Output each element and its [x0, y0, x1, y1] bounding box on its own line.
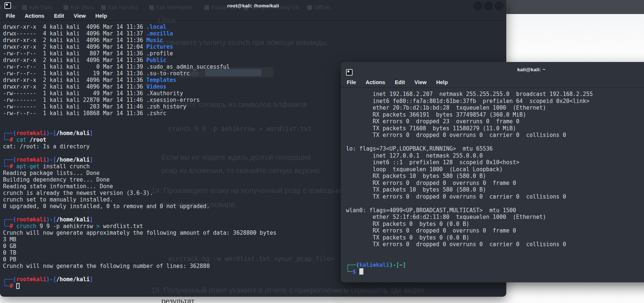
terminal-line: lo: flags=73<UP,LOOPBACK,RUNNING> mtu 65… [346, 145, 644, 152]
cursor-block [359, 268, 363, 275]
terminal-text-segment: cat [16, 137, 26, 143]
menu-item-help[interactable]: Help [436, 79, 448, 85]
terminal-text-segment: └─ [3, 283, 10, 289]
terminal-line: drwxr-xr-x 4 kali kali 4096 Mar 14 11:36… [3, 24, 506, 30]
terminal-text-segment: apt-get [16, 163, 40, 170]
minimize-button[interactable] [473, 1, 483, 11]
terminal-window-kali: kali@kali: ~ FileActionsEditViewHelp ine… [341, 62, 644, 282]
terminal-line: TX errors 0 dropped 0 overruns 0 carrier… [346, 132, 644, 139]
window-title: root@kali: /home/kali [0, 3, 506, 8]
terminal-text-segment: ether 20:7b:d2:1b:bd:28 txqueuelen 1000 … [346, 104, 546, 111]
terminal-text-segment: 0 upgraded, 0 newly installed, 0 to remo… [3, 203, 210, 210]
menu-item-edit[interactable]: Edit [395, 79, 405, 85]
terminal-text-segment: cat: /root: Is a directory [3, 143, 90, 150]
terminal-text-segment [26, 137, 30, 143]
terminal-text-segment: )-[ [46, 156, 56, 163]
terminal-text-segment: └─ [3, 137, 10, 143]
menu-item-actions[interactable]: Actions [25, 13, 44, 19]
terminal-text-segment: RX packets 10 bytes 580 (580.0 B) [346, 173, 486, 179]
terminal-text-segment: Crunch will now generate approximately t… [3, 230, 277, 236]
menu-item-edit[interactable]: Edit [54, 13, 64, 19]
terminal-text-segment: -rw------- 1 kali kali 49 Mar 14 11:36 .… [3, 90, 183, 97]
terminal-text-segment [13, 163, 16, 170]
terminal-text-segment: RX packets 366191 bytes 377498547 (360.0… [346, 111, 526, 118]
terminal-text-segment: )-[ [46, 276, 56, 283]
terminal-text-segment: TX packets 71608 bytes 11580279 (11.0 Mi… [346, 125, 516, 132]
terminal-text-segment: Reading state information... Done [3, 183, 113, 190]
menu-item-file[interactable]: File [347, 79, 356, 85]
terminal-text-segment: inet6 ::1 prefixlen 128 scopeid 0x10<hos… [346, 159, 520, 166]
terminal-text-segment: )-[ [46, 216, 56, 223]
terminal-text-segment: loop txqueuelen 1000 (Local Loopback) [346, 166, 503, 173]
terminal-text-segment: /home/kali [56, 156, 90, 163]
terminal-text-segment: ] [90, 130, 93, 137]
terminal-text-segment: RX errors 0 dropped 23 overruns 0 frame … [346, 118, 520, 125]
terminal-text-segment: inet6 fe80::fa7a:801d:61be:37fb prefixle… [346, 98, 589, 104]
terminal-line [346, 200, 644, 207]
terminal-text-segment: root⊛kali [16, 276, 46, 283]
terminal-text-segment: drwxr-xr-x 2 kali kali 4096 Mar 14 11:36 [3, 37, 146, 44]
terminal-text-segment: drwx------ 4 kali kali 4096 Mar 14 11:37 [3, 30, 146, 37]
terminal-text-segment: 0 TB [3, 249, 16, 256]
terminal-text-segment: -rw-r--r-- 1 kali kali 807 Mar 14 11:36 … [3, 50, 173, 57]
terminal-line [346, 248, 644, 255]
terminal-text-segment: crunch is already the newest version (3.… [3, 190, 153, 196]
terminal-text-segment: root⊛kali [16, 216, 46, 223]
menu-item-view[interactable]: View [415, 79, 427, 85]
terminal-line: -rw-r--r-- 1 kali kali 807 Mar 14 11:36 … [3, 50, 506, 57]
terminal-line: RX errors 0 dropped 0 overruns 0 frame 0 [346, 227, 644, 234]
terminal-text-segment: ┌──( [3, 156, 16, 163]
menu-item-actions[interactable]: Actions [366, 79, 385, 85]
menu-item-view[interactable]: View [74, 13, 86, 19]
terminal-line: TX packets 10 bytes 580 (580.0 B) [346, 186, 644, 193]
terminal-text-segment: root⊛kali [16, 156, 46, 163]
terminal-text-segment [13, 223, 16, 230]
terminal-titlebar[interactable]: root@kali: /home/kali [0, 0, 506, 11]
terminal-content-kali[interactable]: inet 192.168.2.207 netmask 255.255.255.0… [341, 88, 644, 275]
terminal-line: ether 20:7b:d2:1b:bd:28 txqueuelen 1000 … [346, 104, 644, 111]
terminal-titlebar[interactable]: kali@kali: ~ [341, 62, 644, 77]
terminal-text-segment: 0 PB [3, 256, 16, 263]
terminal-text-segment: └─ [3, 223, 10, 230]
terminal-text-segment: Crunch will now generate the following n… [3, 263, 210, 269]
terminal-menubar: FileActionsEditViewHelp [0, 11, 506, 21]
terminal-line: TX errors 0 dropped 0 overruns 0 carrier… [346, 193, 644, 200]
terminal-line: TX packets 71608 bytes 11580279 (11.0 Mi… [346, 125, 644, 132]
window-controls [473, 1, 504, 11]
terminal-line: RX packets 0 bytes 0 (0.0 B) [346, 221, 644, 228]
terminal-text-segment: drwxr-xr-x 2 kali kali 4096 Mar 14 11:36 [3, 57, 146, 63]
terminal-text-segment: ┌──( [3, 276, 16, 283]
terminal-line: TX packets 0 bytes 0 (0.0 B) [346, 234, 644, 241]
menu-item-file[interactable]: File [6, 13, 15, 19]
terminal-text-segment: drwxr-xr-x 2 kali kali 4096 Mar 14 11:36 [3, 77, 146, 83]
terminal-text-segment: root⊛kali [16, 130, 46, 137]
terminal-text-segment: Public [146, 57, 166, 63]
terminal-text-segment: -rw------- 1 kali kali 203 Mar 14 11:46 … [3, 103, 186, 110]
terminal-text-segment: └─ [3, 163, 10, 170]
terminal-text-segment: RX packets 0 bytes 0 (0.0 B) [346, 221, 469, 227]
terminal-text-segment: -rw-r--r-- 1 kali kali 19 Mar 14 11:36 .… [3, 70, 190, 77]
menu-item-help[interactable]: Help [95, 13, 107, 19]
terminal-text-segment: ┌──( [3, 130, 16, 137]
maximize-button[interactable] [484, 1, 493, 11]
terminal-text-segment: ┌──( [3, 216, 16, 223]
terminal-text-segment: Videos [146, 83, 166, 90]
terminal-text-segment: └─ [346, 268, 353, 275]
terminal-text-segment: # [10, 283, 13, 289]
terminal-text-segment: RX errors 0 dropped 0 overruns 0 frame 0 [346, 180, 516, 186]
terminal-text-segment: /home/kali [56, 276, 90, 283]
terminal-text-segment: drwxr-xr-x 4 kali kali 4096 Mar 14 11:36 [3, 24, 146, 30]
terminal-line: RX packets 366191 bytes 377498547 (360.0… [346, 111, 644, 118]
terminal-line: RX errors 0 dropped 23 overruns 0 frame … [346, 118, 644, 125]
terminal-line: ether 52:1f:6d:d2:11:80 txqueuelen 1000 … [346, 214, 644, 221]
terminal-text-segment: Reading package lists... Done [3, 170, 100, 176]
terminal-text-segment: drwxr-xr-x 2 kali kali 4096 Mar 14 12:04 [3, 44, 146, 50]
terminal-text-segment: $ [353, 268, 356, 275]
terminal-text-segment: -rw-r--r-- 1 kali kali 10868 Mar 14 11:3… [3, 110, 167, 117]
terminal-text-segment: ] [90, 156, 93, 163]
terminal-text-segment: 9 9 -p aehikrrsw [36, 223, 96, 230]
terminal-line: loop txqueuelen 1000 (Local Loopback) [346, 166, 644, 173]
terminal-text-segment: # [10, 223, 13, 230]
close-button[interactable] [494, 1, 504, 11]
terminal-text-segment: Templates [146, 77, 176, 83]
